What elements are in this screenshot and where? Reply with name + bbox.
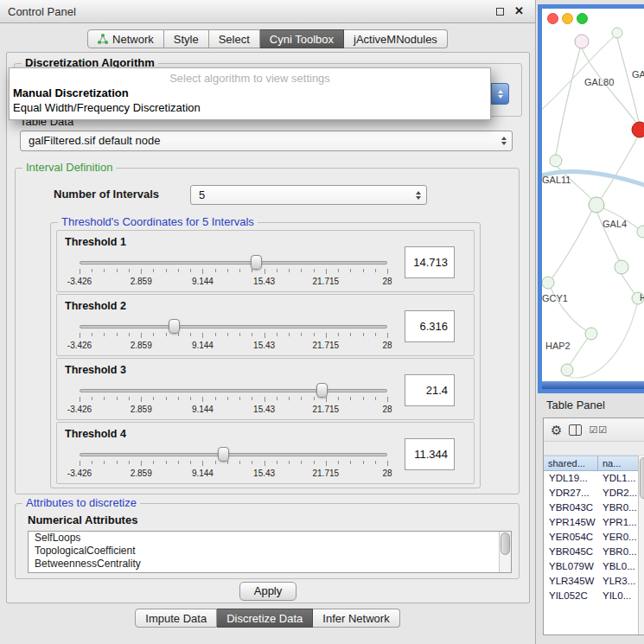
list-item-selfloops[interactable]: SelfLoops (29, 532, 511, 545)
network-edge[interactable] (552, 210, 592, 277)
checkbox-icons[interactable]: ☑☑ (589, 424, 608, 436)
window-minimize-button[interactable] (562, 13, 573, 24)
threshold-value-field-4[interactable]: 11.344 (405, 438, 455, 470)
threshold-slider[interactable]: -3.4262.8599.14415.4321.71528 (80, 254, 387, 289)
list-item-topologicalcoefficient[interactable]: TopologicalCoefficient (29, 545, 511, 558)
tab-select[interactable]: Select (209, 29, 260, 48)
network-node[interactable] (612, 28, 622, 38)
slider-thumb[interactable] (169, 319, 180, 334)
window-zoom-button[interactable] (577, 13, 588, 24)
listbox-scrollbar[interactable] (499, 532, 511, 572)
attributes-listbox[interactable]: SelfLoopsTopologicalCoefficientBetweenne… (28, 531, 512, 573)
table-row[interactable]: YER054CYER0... (544, 530, 644, 545)
table-row[interactable]: YDR27...YDR2... (544, 486, 644, 501)
network-node[interactable] (585, 328, 597, 340)
slider-tick (117, 461, 118, 464)
slider-tick (104, 397, 105, 400)
network-node[interactable] (561, 364, 573, 376)
network-node[interactable] (589, 197, 604, 213)
tab-infer-network[interactable]: Infer Network (313, 609, 399, 628)
threshold-slider[interactable]: -3.4262.8599.14415.4321.71528 (80, 382, 387, 417)
slider-track[interactable] (80, 325, 387, 328)
table-data-combobox[interactable]: galFiltered.sif default node (20, 131, 513, 151)
network-node[interactable] (637, 226, 644, 238)
network-node[interactable] (575, 35, 589, 48)
network-edge[interactable] (556, 48, 580, 155)
popup-option-manual-discretization[interactable]: Manual Discretization (10, 86, 490, 100)
slider-scale-label: -3.426 (67, 405, 92, 414)
threshold-value-field-3[interactable]: 21.4 (405, 374, 455, 406)
slider-tick (202, 461, 203, 466)
popup-option-equal-width-frequency-discretization[interactable]: Equal Width/Frequency Discretization (10, 100, 490, 115)
slider-thumb[interactable] (251, 255, 262, 270)
tab-cyni-toolbox[interactable]: Cyni Toolbox (260, 29, 344, 48)
tab-discretize-data[interactable]: Discretize Data (217, 609, 313, 628)
threshold-value-field-2[interactable]: 6.316 (405, 310, 455, 342)
gear-icon[interactable]: ⚙ (551, 424, 562, 437)
slider-thumb[interactable] (218, 447, 229, 462)
network-edge[interactable] (567, 303, 637, 378)
network-edge[interactable] (617, 38, 639, 122)
slider-tick (375, 461, 376, 464)
slider-tick (363, 397, 364, 400)
network-edge[interactable] (622, 274, 635, 295)
threshold-slider[interactable]: -3.4262.8599.14415.4321.71528 (80, 446, 387, 481)
table-row[interactable]: YIL052CYIL0... (544, 589, 644, 603)
table-row[interactable]: YPR145WYPR1... (544, 515, 644, 530)
slider-track[interactable] (80, 453, 387, 456)
network-node[interactable] (615, 260, 628, 274)
network-view[interactable]: GAL80GAGAL11GAL4GCY1HAP2H (538, 4, 644, 393)
threshold-value-field-1[interactable]: 14.713 (405, 246, 455, 278)
table-toolbar: ⚙ ☑☑ (544, 418, 644, 442)
threshold-panel-2: Threshold 2-3.4262.8599.14415.4321.71528… (56, 294, 475, 356)
network-edge[interactable] (601, 135, 639, 199)
table-row[interactable]: YBL079WYBL0... (544, 559, 644, 574)
table-row[interactable]: YBR045CYBR0... (544, 545, 644, 559)
tab-impute-data[interactable]: Impute Data (135, 609, 217, 628)
table-row[interactable]: YBR043CYBR0... (544, 501, 644, 515)
slider-tick (338, 461, 339, 464)
network-canvas[interactable]: GAL80GAGAL11GAL4GCY1HAP2H (542, 9, 644, 389)
slider-tick (166, 461, 167, 464)
slider-tick (252, 397, 252, 400)
header-cell-1[interactable]: shared... (544, 456, 598, 471)
window-close-button[interactable] (547, 13, 558, 24)
slider-thumb[interactable] (316, 383, 328, 398)
slider-tick (104, 333, 105, 336)
scrollbar-thumb[interactable] (640, 457, 644, 499)
tab-network[interactable]: Network (87, 29, 164, 48)
network-node[interactable] (550, 155, 562, 167)
list-items: SelfLoopsTopologicalCoefficientBetweenne… (29, 532, 511, 571)
table-scrollbar[interactable] (638, 456, 644, 634)
columns-icon[interactable] (569, 424, 582, 436)
slider-tick (202, 269, 203, 274)
slider-tick (387, 397, 388, 402)
slider-scale-label: 9.144 (192, 277, 214, 286)
tab-label: Network (112, 33, 154, 46)
network-node[interactable] (542, 277, 554, 289)
tab-style[interactable]: Style (164, 29, 209, 48)
slider-scale-label: 2.859 (131, 469, 152, 478)
interval-definition-group: Interval Definition Number of Intervals … (15, 168, 520, 494)
network-edge[interactable] (570, 338, 588, 365)
apply-button[interactable]: Apply (239, 582, 296, 601)
slider-track[interactable] (80, 261, 387, 265)
slider-tick (289, 269, 290, 272)
number-of-intervals-combobox[interactable]: 5 (190, 185, 427, 205)
scrollbar-thumb[interactable] (501, 532, 510, 555)
network-node[interactable] (632, 122, 644, 137)
float-window-icon[interactable] (496, 8, 504, 16)
table-row[interactable]: YDL19...YDL1... (544, 471, 644, 486)
close-icon[interactable]: ✕ (514, 4, 524, 17)
slider-tick (129, 461, 130, 464)
slider-tick (117, 333, 118, 336)
slider-tick (289, 397, 290, 400)
tab-jactivemnodules[interactable]: jActiveMNodules (344, 29, 448, 48)
slider-tick (239, 397, 240, 400)
slider-track[interactable] (80, 389, 387, 392)
table-row[interactable]: YLR345WYLR3... (544, 574, 644, 589)
list-item-betweennesscentrality[interactable]: BetweennessCentrality (29, 558, 511, 571)
slider-tick (141, 333, 142, 338)
threshold-slider[interactable]: -3.4262.8599.14415.4321.71528 (80, 318, 387, 353)
tab-label: Cyni Toolbox (270, 33, 334, 46)
